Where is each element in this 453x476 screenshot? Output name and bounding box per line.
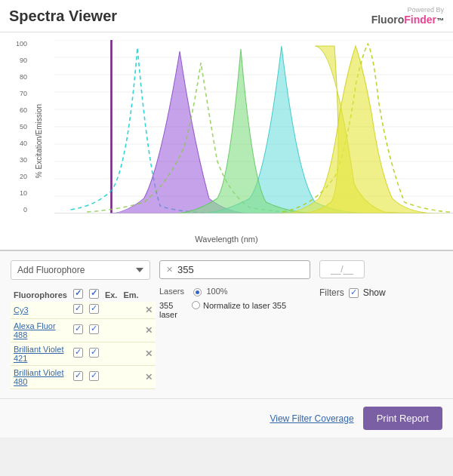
laser-panel: ✕ 355 Lasers 100% 355 laser Normalize to… bbox=[159, 260, 310, 389]
alexa488-remove[interactable]: ✕ bbox=[142, 319, 156, 342]
bv421-remove-icon[interactable]: ✕ bbox=[145, 349, 153, 359]
table-row: Brilliant Violet 480 ✕ bbox=[11, 366, 156, 389]
alexa488-ex-check[interactable] bbox=[70, 319, 86, 342]
col-header-ex-label: Ex. bbox=[102, 287, 121, 302]
logo-finder: Finder bbox=[404, 14, 436, 26]
y-tick-80: 80 bbox=[6, 73, 27, 81]
col-header-remove bbox=[142, 287, 156, 302]
view-filter-link[interactable]: View Filter Coverage bbox=[270, 413, 353, 424]
fluoro-name-bv421[interactable]: Brilliant Violet 421 bbox=[11, 342, 70, 366]
spectra-chart: 300 600 bbox=[54, 40, 453, 213]
bv421-ex-checkbox[interactable] bbox=[73, 348, 83, 358]
bv480-em-check[interactable] bbox=[86, 366, 102, 389]
y-tick-70: 70 bbox=[6, 90, 27, 97]
normalize-option[interactable]: Normalize to laser 355 bbox=[192, 301, 286, 310]
show-label: Show bbox=[363, 287, 386, 298]
bv480-em-checkbox[interactable] bbox=[89, 371, 99, 381]
fluorophore-table: Fluorophores Ex. Em. Cy3 bbox=[11, 287, 156, 389]
logo-text: FluoroFinder™ bbox=[371, 14, 444, 26]
powered-by-label: Powered By bbox=[407, 6, 444, 14]
filters-panel: __/__ Filters Show bbox=[319, 260, 442, 389]
fluoro-name-cy3[interactable]: Cy3 bbox=[11, 302, 70, 319]
fluoro-link-bv421[interactable]: Brilliant Violet 421 bbox=[14, 345, 63, 363]
fluoro-finder-logo: Powered By FluoroFinder™ bbox=[371, 6, 444, 26]
fluoro-name-bv480[interactable]: Brilliant Violet 480 bbox=[11, 366, 70, 389]
filters-input-box[interactable]: __/__ bbox=[319, 260, 365, 278]
fluorophore-panel: Add Fluorophore Fluorophores Ex. Em. bbox=[11, 260, 150, 389]
cy3-em-check[interactable] bbox=[86, 302, 102, 319]
y-tick-40: 40 bbox=[6, 140, 27, 147]
col-header-fluorophores: Fluorophores bbox=[11, 287, 70, 302]
laser-clear-icon[interactable]: ✕ bbox=[166, 265, 173, 275]
y-axis-label: % Excitation/Emission bbox=[35, 104, 43, 178]
bv480-ex-checkbox[interactable] bbox=[73, 371, 83, 381]
check-all-em-icon[interactable] bbox=[89, 289, 99, 299]
bv480-remove-icon[interactable]: ✕ bbox=[145, 372, 153, 382]
table-row: Cy3 ✕ bbox=[11, 302, 156, 319]
y-tick-30: 30 bbox=[6, 156, 27, 164]
bottom-panel: Add Fluorophore Fluorophores Ex. Em. bbox=[0, 251, 453, 398]
y-tick-50: 50 bbox=[6, 123, 27, 131]
y-axis-labels: 100 90 80 70 60 50 40 30 20 10 0 bbox=[6, 40, 27, 213]
fluoro-link-alexa488[interactable]: Alexa Fluor 488 bbox=[14, 321, 56, 339]
laser-value[interactable]: 355 bbox=[177, 264, 194, 275]
x-axis-label: Wavelength (nm) bbox=[195, 235, 257, 244]
logo-fluoro: Fluoro bbox=[371, 14, 405, 26]
col-header-checkbox-all-em[interactable] bbox=[86, 287, 102, 302]
bv421-ex-check[interactable] bbox=[70, 342, 86, 366]
logo-dot: ™ bbox=[436, 17, 444, 25]
bv421-em-check[interactable] bbox=[86, 342, 102, 366]
filters-label-row: Filters Show bbox=[319, 287, 442, 298]
cy3-remove-icon[interactable]: ✕ bbox=[145, 305, 153, 315]
bv480-remove[interactable]: ✕ bbox=[142, 366, 156, 389]
percent-100-label: 100% bbox=[206, 287, 227, 296]
y-tick-0: 0 bbox=[6, 206, 27, 213]
laser-355-label: 355 laser bbox=[159, 301, 186, 319]
table-row: Alexa Fluor 488 ✕ bbox=[11, 319, 156, 342]
alexa488-ex-checkbox[interactable] bbox=[73, 324, 83, 334]
alexa488-remove-icon[interactable]: ✕ bbox=[145, 325, 153, 336]
fluoro-name-alexa488[interactable]: Alexa Fluor 488 bbox=[11, 319, 70, 342]
y-tick-10: 10 bbox=[6, 189, 27, 197]
alexa488-em-check[interactable] bbox=[86, 319, 102, 342]
laser-row-355: 355 laser Normalize to laser 355 bbox=[159, 301, 310, 319]
add-fluorophore-select[interactable]: Add Fluorophore bbox=[11, 260, 150, 280]
header: Spectra Viewer Powered By FluoroFinder™ bbox=[0, 0, 453, 32]
percent-100-radio[interactable] bbox=[193, 288, 202, 296]
fluoro-link-cy3[interactable]: Cy3 bbox=[14, 306, 29, 315]
normalize-radio[interactable] bbox=[192, 301, 200, 309]
check-all-ex-icon[interactable] bbox=[73, 289, 83, 299]
col-header-checkbox-all-ex[interactable] bbox=[70, 287, 86, 302]
laser-input-box: ✕ 355 bbox=[159, 260, 310, 279]
alexa488-em-checkbox[interactable] bbox=[89, 324, 99, 334]
chart-container: % Excitation/Emission 100 90 80 70 60 50… bbox=[0, 32, 453, 251]
lasers-label: Lasers 100% bbox=[159, 287, 310, 296]
cy3-remove[interactable]: ✕ bbox=[142, 302, 156, 319]
normalize-label: Normalize to laser 355 bbox=[203, 301, 286, 310]
bv421-em-checkbox[interactable] bbox=[89, 348, 99, 358]
cy3-ex-checkbox[interactable] bbox=[73, 304, 83, 314]
y-tick-60: 60 bbox=[6, 106, 27, 114]
cy3-em-checkbox[interactable] bbox=[89, 304, 99, 314]
fluoro-link-bv480[interactable]: Brilliant Violet 480 bbox=[14, 368, 63, 386]
filters-label: Filters bbox=[319, 287, 344, 298]
footer: View Filter Coverage Print Report bbox=[0, 398, 453, 438]
cy3-ex-check[interactable] bbox=[70, 302, 86, 319]
filters-show-checkbox[interactable] bbox=[349, 288, 359, 298]
table-row: Brilliant Violet 421 ✕ bbox=[11, 342, 156, 366]
bv480-ex-check[interactable] bbox=[70, 366, 86, 389]
y-tick-100: 100 bbox=[6, 40, 27, 48]
page-title: Spectra Viewer bbox=[9, 8, 117, 25]
y-tick-20: 20 bbox=[6, 173, 27, 180]
laser-radio-options: Normalize to laser 355 bbox=[192, 301, 286, 310]
y-tick-90: 90 bbox=[6, 57, 27, 64]
bv421-remove[interactable]: ✕ bbox=[142, 342, 156, 366]
print-report-button[interactable]: Print Report bbox=[363, 407, 442, 430]
col-header-em-label: Em. bbox=[120, 287, 141, 302]
